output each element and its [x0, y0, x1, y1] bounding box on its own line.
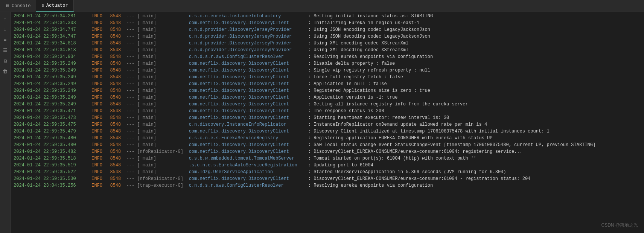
log-logger: o.s.b.w.embedded.tomcat.TomcatWebServer	[189, 155, 306, 162]
tab-actuator[interactable]: ⚙ Actuator	[36, 0, 73, 12]
log-logger: com.netflix.discovery.DiscoveryClient	[189, 114, 306, 121]
log-message: : Disable delta property : false	[308, 60, 395, 67]
log-timestamp: 2024-01-24 22:59:34.747	[14, 33, 89, 40]
log-timestamp: 2024-01-24 22:59:35.249	[14, 94, 89, 101]
log-pid: 8548	[110, 121, 123, 128]
log-timestamp: 2024-01-24 23:04:35.256	[14, 182, 89, 189]
log-sep: ---	[126, 148, 135, 155]
log-line: 2024-01-24 22:59:35.249 INFO 8548 --- [ …	[11, 101, 644, 108]
log-message: : Single vip registry refresh property :…	[308, 67, 430, 74]
log-line: 2024-01-24 22:59:35.249 INFO 8548 --- [ …	[11, 94, 644, 101]
log-level: INFO	[91, 40, 107, 47]
log-logger: com.netflix.discovery.DiscoveryClient	[189, 108, 306, 114]
log-timestamp: 2024-01-24 22:59:35.480	[14, 142, 89, 148]
log-pid: 8548	[110, 60, 123, 67]
format-button[interactable]: ☰	[2, 47, 9, 54]
log-logger: com.netflix.discovery.DiscoveryClient	[189, 60, 306, 67]
log-message: : Resolving eureka endpoints via configu…	[308, 182, 433, 189]
log-sep: ---	[126, 155, 135, 162]
log-sep: ---	[126, 114, 135, 121]
log-sep: ---	[126, 169, 135, 175]
log-logger: c.n.discovery.InstanceInfoReplicator	[189, 121, 306, 128]
tab-console[interactable]: 🖥 Console	[0, 0, 36, 12]
log-level: INFO	[91, 67, 107, 74]
log-timestamp: 2024-01-24 22:59:35.249	[14, 87, 89, 94]
main-area: ↑ ↓ ≡ ☰ ⎙ 🗑 2024-01-24 22:59:34.281 INFO…	[0, 12, 644, 233]
log-pid: 8548	[110, 53, 123, 60]
log-level: INFO	[91, 155, 107, 162]
log-container[interactable]: 2024-01-24 22:59:34.281 INFO 8548 --- [ …	[11, 12, 644, 233]
log-logger: com.netflix.discovery.DiscoveryClient	[189, 94, 306, 101]
log-line: 2024-01-24 22:59:35.249 INFO 8548 --- [ …	[11, 74, 644, 81]
log-pid: 8548	[110, 20, 123, 26]
log-line: 2024-01-24 22:59:34.818 INFO 8548 --- [ …	[11, 47, 644, 53]
log-sep: ---	[126, 94, 135, 101]
log-logger: c.n.d.provider.DiscoveryJerseyProvider	[189, 40, 306, 47]
log-logger: com.netflix.discovery.DiscoveryClient	[189, 81, 306, 87]
log-timestamp: 2024-01-24 22:59:34.281	[14, 13, 89, 20]
log-message: : DiscoveryClient_EUREKA-CONSUMER/eureka…	[308, 175, 531, 182]
log-level: INFO	[91, 74, 107, 81]
log-line: 2024-01-24 22:59:35.249 INFO 8548 --- [ …	[11, 67, 644, 74]
log-thread: [ main]	[137, 114, 186, 121]
log-thread: [ main]	[137, 53, 186, 60]
log-thread: [ main]	[137, 128, 186, 135]
log-pid: 8548	[110, 108, 123, 114]
log-timestamp: 2024-01-24 22:59:34.818	[14, 47, 89, 53]
log-timestamp: 2024-01-24 22:59:35.249	[14, 60, 89, 67]
log-timestamp: 2024-01-24 22:59:35.482	[14, 148, 89, 155]
log-timestamp: 2024-01-24 22:59:35.530	[14, 175, 89, 182]
log-timestamp: 2024-01-24 22:59:35.249	[14, 67, 89, 74]
log-logger: c.n.d.provider.DiscoveryJerseyProvider	[189, 47, 306, 53]
log-thread: [trap-executor-0]	[137, 182, 186, 189]
log-timestamp: 2024-01-24 22:59:34.747	[14, 26, 89, 33]
log-sep: ---	[126, 162, 135, 169]
log-thread: [ main]	[137, 74, 186, 81]
log-sep: ---	[126, 67, 135, 74]
log-pid: 8548	[110, 162, 123, 169]
log-level: INFO	[91, 135, 107, 142]
log-thread: [ main]	[137, 135, 186, 142]
scroll-down-button[interactable]: ↓	[2, 26, 9, 33]
log-thread: [ main]	[137, 87, 186, 94]
log-pid: 8548	[110, 169, 123, 175]
scroll-up-button[interactable]: ↑	[2, 15, 9, 23]
log-pid: 8548	[110, 148, 123, 155]
log-pid: 8548	[110, 67, 123, 74]
log-message: : Tomcat started on port(s): 61004 (http…	[308, 155, 476, 162]
actuator-icon: ⚙	[41, 3, 44, 8]
wrap-button[interactable]: ≡	[2, 36, 9, 44]
log-pid: 8548	[110, 128, 123, 135]
log-logger: .s.c.n.e.s.EurekaAutoServiceRegistration	[189, 162, 306, 169]
log-pid: 8548	[110, 81, 123, 87]
log-timestamp: 2024-01-24 22:59:35.480	[14, 135, 89, 142]
log-message: : Setting initial instance status as: ST…	[308, 13, 433, 20]
tab-console-label: Console	[12, 3, 30, 9]
clear-button[interactable]: 🗑	[2, 68, 9, 75]
log-message: : Registered Applications size is zero :…	[308, 87, 430, 94]
log-sep: ---	[126, 33, 135, 40]
log-thread: [ main]	[137, 26, 186, 33]
log-sep: ---	[126, 135, 135, 142]
log-pid: 8548	[110, 114, 123, 121]
log-timestamp: 2024-01-24 22:59:35.479	[14, 128, 89, 135]
log-pid: 8548	[110, 87, 123, 94]
log-pid: 8548	[110, 33, 123, 40]
log-pid: 8548	[110, 175, 123, 182]
log-level: INFO	[91, 148, 107, 155]
log-logger: com.netflix.discovery.DiscoveryClient	[189, 67, 306, 74]
log-level: INFO	[91, 53, 107, 60]
log-pid: 8548	[110, 182, 123, 189]
log-sep: ---	[126, 26, 135, 33]
log-level: INFO	[91, 47, 107, 53]
watermark: CSDN @落地之光	[601, 222, 638, 228]
print-button[interactable]: ⎙	[2, 57, 9, 65]
log-line: 2024-01-24 22:59:35.530 INFO 8548 --- [n…	[11, 175, 644, 182]
log-sep: ---	[126, 108, 135, 114]
log-sep: ---	[126, 182, 135, 189]
log-message: : Application version is -1: true	[308, 94, 398, 101]
log-logger: com.netflix.discovery.DiscoveryClient	[189, 148, 306, 155]
log-message: : Initializing Eureka in region us-east-…	[308, 20, 419, 26]
log-logger: com.netflix.discovery.DiscoveryClient	[189, 142, 306, 148]
log-thread: [ main]	[137, 33, 186, 40]
